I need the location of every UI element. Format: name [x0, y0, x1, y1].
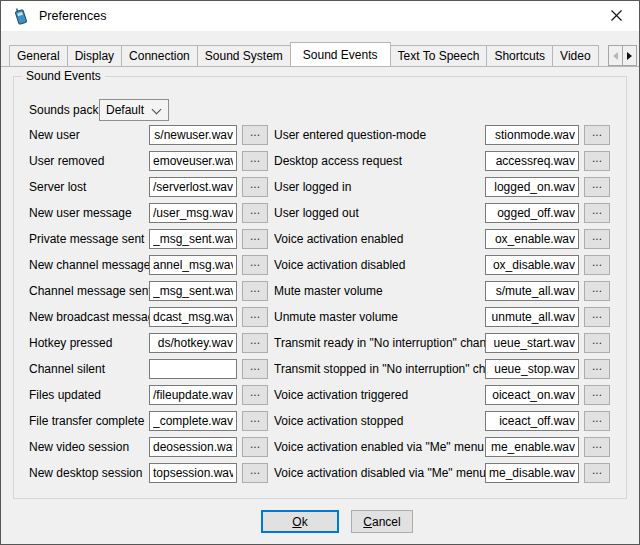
browse-button[interactable]: ...	[584, 229, 610, 249]
sound-event-rows: New user...User entered question-mode...…	[29, 125, 610, 483]
sound-file-input[interactable]	[485, 411, 579, 431]
browse-button[interactable]: ...	[584, 125, 610, 145]
tab-scroll-right-button[interactable]	[622, 45, 637, 66]
browse-button[interactable]: ...	[584, 385, 610, 405]
sound-file-input[interactable]	[149, 281, 237, 301]
tab-text-to-speech[interactable]: Text To Speech	[390, 45, 488, 66]
sound-file-input[interactable]	[485, 463, 579, 483]
browse-button[interactable]: ...	[242, 203, 268, 223]
sound-file-input[interactable]	[149, 307, 237, 327]
sounds-pack-label: Sounds pack	[29, 103, 99, 117]
sounds-pack-select[interactable]: Default	[99, 99, 169, 121]
sound-file-input[interactable]	[149, 437, 237, 457]
sound-file-input[interactable]	[485, 281, 579, 301]
tab-connection[interactable]: Connection	[121, 45, 198, 66]
sound-file-input[interactable]	[485, 385, 579, 405]
tab-sound-events[interactable]: Sound Events	[290, 42, 391, 66]
event-label: Files updated	[29, 388, 149, 402]
sound-file-input[interactable]	[485, 255, 579, 275]
event-label: New broadcast message	[29, 310, 149, 324]
event-label: New channel message	[29, 258, 149, 272]
cancel-button[interactable]: Cancel	[351, 510, 413, 533]
tab-display[interactable]: Display	[67, 45, 122, 66]
event-label: Voice activation enabled via "Me" menu	[274, 440, 485, 454]
sound-file-input[interactable]	[485, 125, 579, 145]
event-label: Voice activation enabled	[274, 232, 485, 246]
sound-file-input[interactable]	[149, 463, 237, 483]
tab-sound-system[interactable]: Sound System	[197, 45, 291, 66]
tab-strip: GeneralDisplayConnectionSound SystemSoun…	[9, 40, 639, 66]
browse-button[interactable]: ...	[584, 463, 610, 483]
tab-scroll-left-button[interactable]	[608, 45, 623, 66]
sound-file-input[interactable]	[149, 255, 237, 275]
sound-file-input[interactable]	[149, 359, 237, 379]
browse-button[interactable]: ...	[584, 307, 610, 327]
browse-button[interactable]: ...	[584, 151, 610, 171]
browse-button[interactable]: ...	[242, 359, 268, 379]
close-button[interactable]	[594, 1, 639, 30]
browse-button[interactable]: ...	[584, 255, 610, 275]
sound-file-input[interactable]	[485, 203, 579, 223]
sound-event-row: New broadcast message...Unmute master vo…	[29, 307, 610, 327]
tab-shortcuts[interactable]: Shortcuts	[486, 45, 553, 66]
event-label: Voice activation stopped	[274, 414, 485, 428]
browse-button[interactable]: ...	[242, 151, 268, 171]
sound-file-input[interactable]	[485, 229, 579, 249]
browse-button[interactable]: ...	[242, 385, 268, 405]
sound-file-input[interactable]	[485, 307, 579, 327]
sounds-pack-value: Default	[106, 103, 144, 117]
sound-file-input[interactable]	[149, 411, 237, 431]
event-label: New desktop session	[29, 466, 149, 480]
sound-event-row: New channel message...Voice activation d…	[29, 255, 610, 275]
sound-file-input[interactable]	[485, 333, 579, 353]
event-label: Transmit ready in "No interruption" chan…	[274, 336, 485, 350]
sound-event-row: Files updated...Voice activation trigger…	[29, 385, 610, 405]
ok-button[interactable]: Ok	[261, 510, 339, 533]
browse-button[interactable]: ...	[242, 333, 268, 353]
sound-file-input[interactable]	[485, 177, 579, 197]
event-label: Channel message sent	[29, 284, 149, 298]
browse-button[interactable]: ...	[242, 177, 268, 197]
browse-button[interactable]: ...	[584, 411, 610, 431]
event-label: Hotkey pressed	[29, 336, 149, 350]
event-label: New user	[29, 128, 149, 142]
browse-button[interactable]: ...	[584, 203, 610, 223]
sound-event-row: User removed...Desktop access request...	[29, 151, 610, 171]
window-title: Preferences	[39, 9, 106, 23]
browse-button[interactable]: ...	[242, 437, 268, 457]
tab-general[interactable]: General	[9, 45, 68, 66]
sound-file-input[interactable]	[485, 151, 579, 171]
browse-button[interactable]: ...	[242, 281, 268, 301]
browse-button[interactable]: ...	[242, 125, 268, 145]
sound-file-input[interactable]	[485, 437, 579, 457]
event-label: Private message sent	[29, 232, 149, 246]
browse-button[interactable]: ...	[242, 411, 268, 431]
tab-bar: GeneralDisplayConnectionSound SystemSoun…	[1, 41, 639, 67]
sound-file-input[interactable]	[149, 151, 237, 171]
sound-file-input[interactable]	[149, 125, 237, 145]
app-icon	[12, 7, 30, 25]
event-label: User entered question-mode	[274, 128, 485, 142]
browse-button[interactable]: ...	[584, 281, 610, 301]
event-label: User logged out	[274, 206, 485, 220]
sound-file-input[interactable]	[149, 177, 237, 197]
sound-file-input[interactable]	[149, 203, 237, 223]
browse-button[interactable]: ...	[242, 307, 268, 327]
browse-button[interactable]: ...	[242, 229, 268, 249]
close-icon	[611, 10, 622, 21]
sound-file-input[interactable]	[485, 359, 579, 379]
sound-file-input[interactable]	[149, 229, 237, 249]
browse-button[interactable]: ...	[584, 359, 610, 379]
tab-video[interactable]: Video	[552, 45, 598, 66]
sound-events-group: Sound Events Sounds pack Default New use…	[13, 76, 627, 499]
event-label: Voice activation disabled via "Me" menu	[274, 466, 485, 480]
tab-scroll-buttons	[609, 45, 637, 66]
event-label: Unmute master volume	[274, 310, 485, 324]
browse-button[interactable]: ...	[584, 177, 610, 197]
browse-button[interactable]: ...	[242, 255, 268, 275]
browse-button[interactable]: ...	[242, 463, 268, 483]
browse-button[interactable]: ...	[584, 333, 610, 353]
browse-button[interactable]: ...	[584, 437, 610, 457]
sound-file-input[interactable]	[149, 333, 237, 353]
sound-file-input[interactable]	[149, 385, 237, 405]
